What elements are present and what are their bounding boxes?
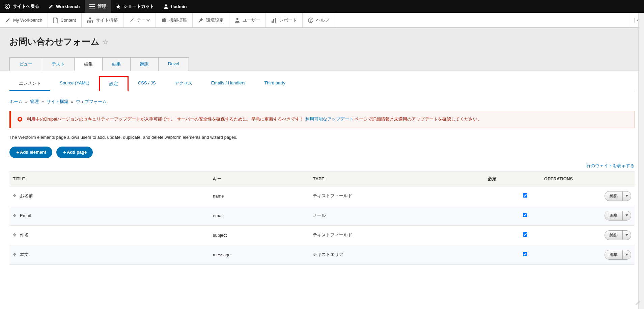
menu-label: レポート bbox=[279, 17, 297, 23]
menu-config[interactable]: 環境設定 bbox=[193, 13, 229, 27]
subtab-source[interactable]: Source (YAML) bbox=[50, 77, 99, 91]
menu-help[interactable]: ? ヘルプ bbox=[303, 13, 335, 27]
tab-edit[interactable]: 編集 bbox=[74, 57, 103, 71]
toolbar-back[interactable]: サイトへ戻る bbox=[0, 0, 44, 13]
menu-label: ユーザー bbox=[243, 17, 260, 23]
svg-rect-2 bbox=[89, 6, 95, 7]
star-icon bbox=[116, 4, 121, 9]
subtab-settings[interactable]: 設定 bbox=[99, 76, 129, 92]
tab-test[interactable]: テスト bbox=[42, 57, 75, 71]
svg-rect-15 bbox=[635, 18, 635, 23]
drag-handle-icon[interactable]: ✥ bbox=[13, 232, 17, 237]
breadcrumb-admin[interactable]: 管理 bbox=[30, 99, 39, 104]
elements-table: TITLE キー TYPE 必須 OPERATIONS ✥お名前nameテキスト… bbox=[9, 172, 635, 265]
operations-dropbutton: 編集 bbox=[605, 211, 631, 221]
subtab-cssjs[interactable]: CSS / JS bbox=[129, 77, 165, 91]
dropbutton-toggle[interactable] bbox=[623, 231, 631, 240]
tab-results[interactable]: 結果 bbox=[102, 57, 131, 71]
toolbar-back-label: サイトへ戻る bbox=[13, 3, 39, 9]
cell-type: テキストエリア bbox=[309, 245, 484, 264]
breadcrumb-sep: » bbox=[41, 99, 44, 104]
cell-title: Email bbox=[20, 213, 31, 218]
menu-label: テーマ bbox=[137, 17, 150, 23]
menu-people[interactable]: ユーザー bbox=[229, 13, 266, 27]
tab-translate[interactable]: 翻訳 bbox=[130, 57, 159, 71]
subtab-access[interactable]: アクセス bbox=[165, 77, 202, 91]
breadcrumb-sep: » bbox=[25, 99, 28, 104]
dropbutton-toggle[interactable] bbox=[623, 191, 631, 201]
show-row-weights-link[interactable]: 行のウェイトを表示する bbox=[586, 163, 635, 168]
toolbar-workbench-label: Workbench bbox=[56, 4, 80, 9]
breadcrumb-structure[interactable]: サイト構築 bbox=[47, 99, 68, 104]
add-page-button[interactable]: ＋Add page bbox=[56, 147, 93, 158]
breadcrumb-webform[interactable]: ウェブフォーム bbox=[76, 99, 107, 104]
table-row: ✥お名前nameテキストフィールド編集 bbox=[9, 186, 635, 206]
secondary-tabs: エレメントSource (YAML)設定CSS / JSアクセスEmails /… bbox=[9, 71, 635, 91]
th-title: TITLE bbox=[9, 172, 209, 186]
edit-button[interactable]: 編集 bbox=[605, 211, 623, 220]
menu-structure[interactable]: サイト構築 bbox=[82, 13, 123, 27]
menubar-spacer bbox=[335, 13, 631, 27]
scrollbar-gutter bbox=[638, 13, 644, 274]
pencil-icon bbox=[49, 4, 53, 9]
svg-rect-8 bbox=[92, 21, 93, 23]
breadcrumb-sep: » bbox=[71, 99, 74, 104]
drag-handle-icon[interactable]: ✥ bbox=[13, 252, 17, 257]
subtab-elements[interactable]: エレメント bbox=[9, 77, 50, 91]
cell-title: お名前 bbox=[20, 193, 33, 198]
wrench-icon bbox=[198, 18, 203, 23]
edit-button[interactable]: 編集 bbox=[605, 191, 623, 201]
action-buttons: ＋Add element ＋Add page bbox=[9, 147, 635, 158]
admin-menubar: My Workbench Content サイト構築 テーマ 機能拡張 環境設定 bbox=[0, 13, 644, 28]
tab-devel[interactable]: Devel bbox=[158, 57, 189, 71]
edit-button[interactable]: 編集 bbox=[605, 231, 623, 240]
required-checkbox[interactable] bbox=[523, 252, 527, 256]
table-row: ✥本文messageテキストエリア編集 bbox=[9, 245, 635, 264]
subtab-emails[interactable]: Emails / Handlers bbox=[202, 77, 255, 91]
th-key: キー bbox=[209, 172, 309, 186]
cell-type: メール bbox=[309, 206, 484, 225]
toolbar-workbench[interactable]: Workbench bbox=[44, 0, 85, 13]
menu-content[interactable]: Content bbox=[48, 13, 82, 27]
question-icon: ? bbox=[308, 18, 313, 23]
tab-view[interactable]: ビュー bbox=[9, 57, 42, 71]
svg-point-4 bbox=[165, 4, 167, 6]
toolbar-shortcuts[interactable]: ショートカット bbox=[111, 0, 159, 13]
toolbar-manage[interactable]: 管理 bbox=[85, 0, 111, 13]
toolbar-shortcuts-label: ショートカット bbox=[123, 3, 154, 9]
th-required: 必須 bbox=[484, 172, 541, 186]
barchart-icon bbox=[271, 18, 277, 23]
cell-key: name bbox=[209, 186, 309, 206]
breadcrumb-home[interactable]: ホーム bbox=[9, 99, 23, 104]
drag-handle-icon[interactable]: ✥ bbox=[13, 193, 17, 198]
menu-appearance[interactable]: テーマ bbox=[123, 13, 156, 27]
required-checkbox[interactable] bbox=[523, 232, 527, 237]
subtab-thirdparty[interactable]: Third party bbox=[255, 77, 295, 91]
favorite-star-icon[interactable]: ☆ bbox=[102, 38, 108, 46]
operations-dropbutton: 編集 bbox=[605, 230, 631, 240]
menu-label: サイト構築 bbox=[96, 17, 118, 23]
alert-updates-link[interactable]: 利用可能なアップデート bbox=[305, 117, 354, 122]
file-icon bbox=[53, 18, 58, 23]
alert-text: 利用中のDrupalバージョンのセキュリティーアップデートが入手可能です。 サー… bbox=[27, 116, 482, 123]
menu-label: My Workbench bbox=[13, 18, 42, 23]
drag-handle-icon[interactable]: ✥ bbox=[13, 213, 17, 218]
dropbutton-toggle[interactable] bbox=[623, 250, 631, 259]
menu-reports[interactable]: レポート bbox=[266, 13, 303, 27]
svg-text:?: ? bbox=[310, 19, 312, 22]
add-element-button[interactable]: ＋Add element bbox=[9, 147, 52, 158]
menu-extend[interactable]: 機能拡張 bbox=[156, 13, 193, 27]
dropbutton-toggle[interactable] bbox=[623, 211, 631, 220]
svg-point-9 bbox=[236, 18, 239, 20]
edit-button[interactable]: 編集 bbox=[605, 250, 623, 259]
menu-label: ヘルプ bbox=[316, 17, 329, 23]
menu-my-workbench[interactable]: My Workbench bbox=[0, 13, 48, 27]
table-row: ✥Emailemailメール編集 bbox=[9, 206, 635, 225]
required-checkbox[interactable] bbox=[523, 213, 527, 217]
cell-key: subject bbox=[209, 225, 309, 245]
required-checkbox[interactable] bbox=[523, 193, 527, 198]
svg-rect-10 bbox=[272, 21, 273, 23]
toolbar-user[interactable]: ffadmin bbox=[159, 0, 192, 13]
breadcrumb: ホーム » 管理 » サイト構築 » ウェブフォーム bbox=[9, 91, 635, 111]
menu-label: 機能拡張 bbox=[169, 17, 187, 23]
